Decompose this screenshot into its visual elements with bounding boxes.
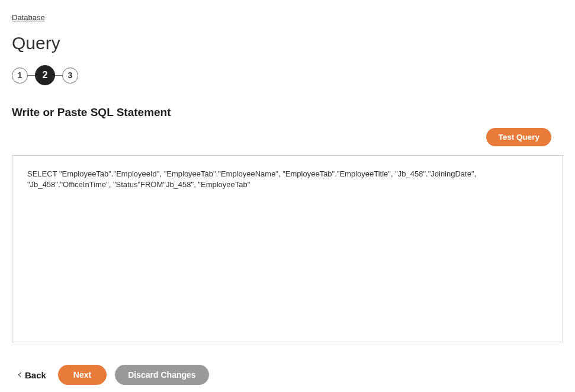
stepper: 1 2 3	[12, 65, 563, 85]
breadcrumb-database[interactable]: Database	[12, 13, 45, 22]
page-title: Query	[12, 33, 563, 53]
toolbar: Test Query	[12, 128, 563, 146]
step-connector	[55, 75, 62, 76]
sql-statement-input[interactable]	[27, 169, 548, 326]
next-button[interactable]: Next	[58, 365, 107, 385]
step-connector	[28, 75, 35, 76]
test-query-button[interactable]: Test Query	[486, 128, 551, 146]
back-label: Back	[25, 370, 46, 380]
back-button[interactable]: Back	[15, 367, 50, 384]
step-1[interactable]: 1	[12, 68, 28, 83]
footer-actions: Back Next Discard Changes	[12, 365, 563, 385]
chevron-left-icon	[18, 372, 23, 377]
step-2[interactable]: 2	[35, 65, 55, 85]
discard-changes-button[interactable]: Discard Changes	[115, 365, 208, 385]
step-3[interactable]: 3	[62, 68, 78, 83]
section-heading: Write or Paste SQL Statement	[12, 106, 563, 119]
sql-panel	[12, 155, 563, 342]
